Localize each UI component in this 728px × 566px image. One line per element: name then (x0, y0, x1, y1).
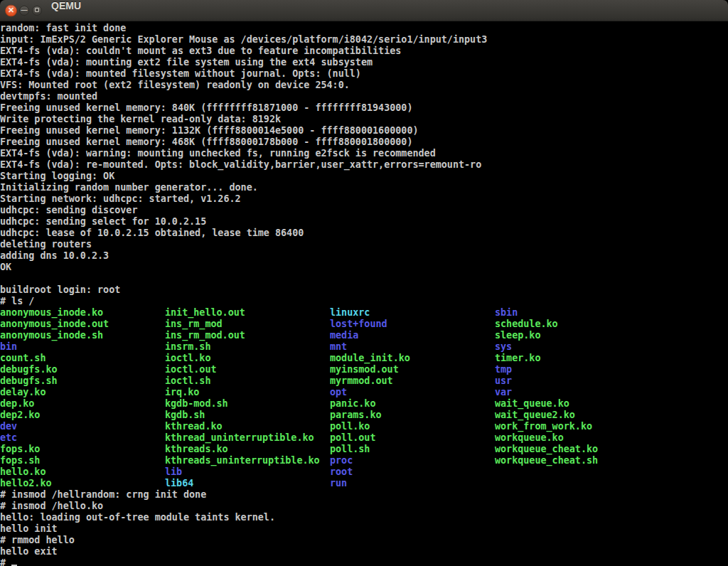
ls-entry: ins_rm_mod.out (165, 330, 330, 341)
terminal-line: Starting logging: OK (0, 171, 728, 182)
ls-entry: dep2.ko (0, 410, 165, 421)
ls-entry: var (495, 387, 512, 397)
ls-entry: bin (0, 341, 165, 353)
terminal-line: deleting routers (0, 239, 728, 250)
ls-row: etckthread_uninterruptible.kopoll.outwor… (0, 432, 728, 444)
terminal-line: EXT4-fs (vda): mounted filesystem withou… (0, 68, 728, 80)
terminal-line: Freeing unused kernel memory: 1132K (fff… (0, 125, 728, 137)
ls-entry: poll.sh (330, 444, 495, 455)
ls-entry: delay.ko (0, 387, 165, 398)
prompt-line: # (0, 557, 728, 566)
terminal-line: udhcpc: sending discover (0, 205, 728, 216)
ls-entry: poll.out (330, 432, 495, 444)
ls-row: devkthread.kopoll.kowork_from_work.ko (0, 421, 728, 432)
ls-entry: wait_queue.ko (495, 398, 569, 409)
terminal-line: devtmpfs: mounted (0, 91, 728, 102)
ls-entry: etc (0, 432, 165, 444)
terminal-line: Freeing unused kernel memory: 840K (ffff… (0, 102, 728, 114)
maximize-icon (35, 8, 39, 12)
ls-row: debugfs.koioctl.outmyinsmod.outtmp (0, 364, 728, 375)
ls-row: count.shioctl.komodule_init.kotimer.ko (0, 353, 728, 364)
ls-entry: init_hello.out (165, 307, 330, 319)
terminal-line: EXT4-fs (vda): couldn't mount as ext3 du… (0, 46, 728, 57)
terminal-line: VFS: Mounted root (ext2 filesystem) read… (0, 80, 728, 91)
ls-entry: run (330, 478, 495, 489)
close-button[interactable]: ✕ (5, 4, 17, 16)
terminal-line: # insmod /hellrandom: crng init done (0, 489, 728, 501)
ls-entry: anonymous_inode.out (0, 319, 165, 330)
terminal-line (0, 273, 728, 284)
ls-row: hello2.kolib64run (0, 478, 728, 489)
terminal-line: random: fast init done (0, 23, 728, 34)
titlebar[interactable]: ✕ — QEMU (0, 0, 728, 21)
ls-entry: panic.ko (330, 398, 495, 410)
ls-row: fops.kokthreads.kopoll.shworkqueue_cheat… (0, 444, 728, 455)
ls-entry: kgdb.sh (165, 410, 330, 421)
ls-entry: lib (165, 466, 330, 478)
ls-entry: workqueue_cheat.sh (495, 455, 598, 466)
terminal-line: Initializing random number generator... … (0, 182, 728, 193)
ls-entry: ioctl.sh (165, 375, 330, 387)
ls-entry: dev (0, 421, 165, 432)
ls-entry: sys (495, 341, 512, 352)
terminal-cursor (11, 557, 17, 566)
ls-row: anonymous_inode.outins_rm_modlost+founds… (0, 319, 728, 330)
ls-entry: work_from_work.ko (495, 421, 592, 432)
terminal-line: hello exit (0, 546, 728, 557)
terminal-line: udhcpc: lease of 10.0.2.15 obtained, lea… (0, 228, 728, 239)
ls-row: dep.kokgdb-mod.shpanic.kowait_queue.ko (0, 398, 728, 410)
ls-entry: linuxrc (330, 307, 495, 319)
ls-entry: kthreads.ko (165, 444, 330, 455)
ls-entry: kthread.ko (165, 421, 330, 432)
terminal-line: EXT4-fs (vda): re-mounted. Opts: block_v… (0, 159, 728, 171)
ls-entry: ioctl.ko (165, 353, 330, 364)
ls-entry: tmp (495, 364, 512, 375)
ls-entry: kthread_uninterruptible.ko (165, 432, 330, 444)
terminal-line: OK (0, 262, 728, 273)
ls-entry: fops.ko (0, 444, 165, 455)
minimize-icon: — (21, 7, 28, 14)
ls-row: anonymous_inode.koinit_hello.outlinuxrcs… (0, 307, 728, 319)
terminal-line: adding dns 10.0.2.3 (0, 250, 728, 262)
ls-entry: opt (330, 387, 495, 398)
ls-entry: lib64 (165, 478, 330, 489)
ls-entry: schedule.ko (495, 319, 558, 329)
ls-entry: usr (495, 375, 512, 386)
ls-entry: wait_queue2.ko (495, 410, 575, 420)
ls-entry: anonymous_inode.ko (0, 307, 165, 319)
ls-row: bininsrm.shmntsys (0, 341, 728, 353)
terminal-line: input: ImExPS/2 Generic Explorer Mouse a… (0, 34, 728, 46)
ls-entry: params.ko (330, 410, 495, 421)
ls-entry: root (330, 466, 495, 478)
maximize-button[interactable] (32, 6, 42, 16)
ls-entry: poll.ko (330, 421, 495, 432)
ls-entry: debugfs.sh (0, 375, 165, 387)
ls-entry: debugfs.ko (0, 364, 165, 375)
ls-row: delay.koirq.kooptvar (0, 387, 728, 398)
ls-entry: media (330, 330, 495, 341)
ls-entry: ioctl.out (165, 364, 330, 375)
ls-row: debugfs.shioctl.shmyrmmod.outusr (0, 375, 728, 387)
ls-entry: sbin (495, 307, 518, 318)
ls-row: dep2.kokgdb.shparams.kowait_queue2.ko (0, 410, 728, 421)
ls-entry: workqueue.ko (495, 432, 564, 443)
terminal-screen[interactable]: random: fast init doneinput: ImExPS/2 Ge… (0, 21, 728, 566)
ls-row: anonymous_inode.shins_rm_mod.outmediasle… (0, 330, 728, 341)
ls-entry: fops.sh (0, 455, 165, 466)
ls-entry: timer.ko (495, 353, 541, 363)
minimize-button[interactable]: — (19, 6, 29, 16)
terminal-line: # ls / (0, 296, 728, 307)
ls-row: fops.shkthreads_uninterruptible.koprocwo… (0, 455, 728, 466)
terminal-line: EXT4-fs (vda): warning: mounting uncheck… (0, 148, 728, 159)
ls-entry: kgdb-mod.sh (165, 398, 330, 410)
ls-entry: insrm.sh (165, 341, 330, 353)
terminal-line: buildroot login: root (0, 284, 728, 296)
ls-entry: lost+found (330, 319, 495, 330)
ls-entry: irq.ko (165, 387, 330, 398)
terminal-line: hello: loading out-of-tree module taints… (0, 512, 728, 523)
terminal-line: udhcpc: sending select for 10.0.2.15 (0, 216, 728, 228)
ls-entry: mnt (330, 341, 495, 353)
ls-entry: myrmmod.out (330, 375, 495, 387)
ls-entry: module_init.ko (330, 353, 495, 364)
ls-row: hello.kolibroot (0, 466, 728, 478)
